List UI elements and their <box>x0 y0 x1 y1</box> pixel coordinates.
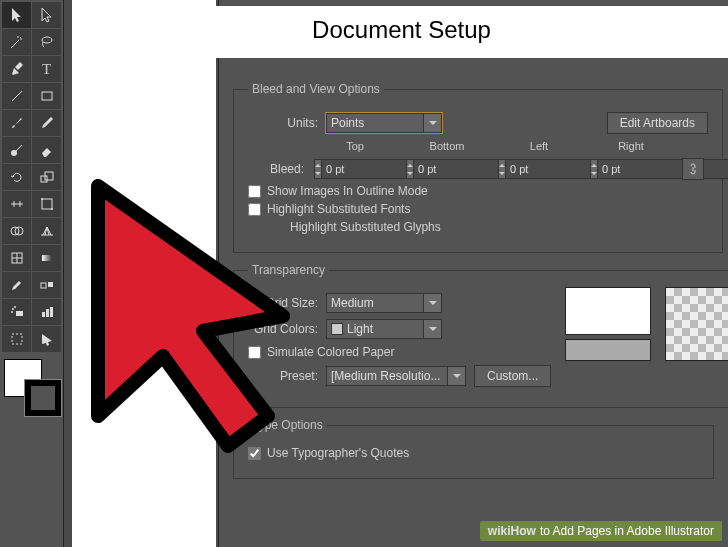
toolbox: T <box>0 0 64 547</box>
grid-colors-dropdown[interactable]: Light <box>326 319 442 339</box>
gradient-tool[interactable] <box>32 245 61 271</box>
magic-wand-tool[interactable] <box>2 29 31 55</box>
transparency-section: Transparency Grid Size: Medium Grid Colo… <box>233 263 728 408</box>
perspective-grid-tool[interactable] <box>32 218 61 244</box>
rotate-tool[interactable] <box>2 164 31 190</box>
pencil-tool[interactable] <box>32 110 61 136</box>
type-legend: Type Options <box>248 418 327 432</box>
svg-rect-22 <box>12 334 22 344</box>
mesh-tool[interactable] <box>2 245 31 271</box>
type-tool[interactable]: T <box>32 56 61 82</box>
transparency-legend: Transparency <box>248 263 329 277</box>
type-options-section: Type Options Use Typographer's Quotes <box>233 418 714 479</box>
show-images-outline-checkbox[interactable]: Show Images In Outline Mode <box>248 184 708 198</box>
lasso-tool[interactable] <box>32 29 61 55</box>
document-setup-panel: Document Setup Bleed and View Options Un… <box>218 0 728 547</box>
svg-rect-15 <box>16 311 23 316</box>
slice-tool[interactable] <box>32 326 61 352</box>
bleed-bottom-input[interactable] <box>406 159 484 179</box>
simulate-paper-checkbox[interactable]: Simulate Colored Paper <box>248 345 551 359</box>
grid-colors-label: Grid Colors: <box>248 322 318 336</box>
line-tool[interactable] <box>2 83 31 109</box>
width-tool[interactable] <box>2 191 31 217</box>
svg-point-16 <box>12 308 14 310</box>
bleed-right-header: Right <box>590 140 672 152</box>
bleed-right-input[interactable] <box>590 159 668 179</box>
chevron-down-icon <box>447 367 465 385</box>
edit-artboards-button[interactable]: Edit Artboards <box>607 112 708 134</box>
artboard-canvas <box>72 0 216 547</box>
bleed-label: Bleed: <box>248 162 304 176</box>
svg-rect-12 <box>42 255 52 261</box>
svg-rect-19 <box>42 312 45 317</box>
chevron-down-icon <box>423 320 441 338</box>
watermark-text: to Add Pages in Adobe Illustrator <box>540 524 714 538</box>
bleed-legend: Bleed and View Options <box>248 82 384 96</box>
link-bleed-button[interactable] <box>682 158 704 180</box>
column-graph-tool[interactable] <box>32 299 61 325</box>
direct-selection-tool[interactable] <box>32 2 61 28</box>
svg-line-1 <box>12 91 22 101</box>
bleed-left-header: Left <box>498 140 580 152</box>
scale-tool[interactable] <box>32 164 61 190</box>
preset-dropdown[interactable]: [Medium Resolutio... <box>326 366 466 386</box>
preset-label: Preset: <box>248 369 318 383</box>
svg-point-8 <box>51 208 53 210</box>
svg-rect-13 <box>41 283 46 288</box>
blob-brush-tool[interactable] <box>2 137 31 163</box>
chevron-down-icon <box>423 114 441 132</box>
svg-point-0 <box>42 37 52 43</box>
artboard-tool[interactable] <box>2 326 31 352</box>
symbol-sprayer-tool[interactable] <box>2 299 31 325</box>
svg-rect-4 <box>41 176 47 182</box>
grid-size-dropdown[interactable]: Medium <box>326 293 442 313</box>
typographer-quotes-checkbox[interactable]: Use Typographer's Quotes <box>248 446 699 460</box>
eyedropper-tool[interactable] <box>2 272 31 298</box>
bleed-left-input[interactable] <box>498 159 576 179</box>
watermark: wikiHow to Add Pages in Adobe Illustrato… <box>480 521 722 541</box>
svg-rect-2 <box>42 92 52 100</box>
transparency-preview <box>665 287 728 361</box>
svg-rect-14 <box>48 282 53 287</box>
svg-rect-6 <box>42 199 52 209</box>
bleed-top-input[interactable] <box>314 159 392 179</box>
units-dropdown[interactable]: Points <box>326 113 442 133</box>
highlight-glyphs-checkbox[interactable]: Highlight Substituted Glyphs <box>290 220 708 234</box>
bleed-view-section: Bleed and View Options Units: Points Edi… <box>233 82 723 253</box>
svg-point-7 <box>41 198 43 200</box>
highlight-fonts-checkbox[interactable]: Highlight Substituted Fonts <box>248 202 708 216</box>
grid-color-gray-swatch[interactable] <box>565 339 651 361</box>
fill-stroke-swatches[interactable] <box>2 357 62 417</box>
paintbrush-tool[interactable] <box>2 110 31 136</box>
chevron-down-icon <box>423 294 441 312</box>
stroke-swatch[interactable] <box>24 379 62 417</box>
shape-builder-tool[interactable] <box>2 218 31 244</box>
bleed-top-header: Top <box>314 140 396 152</box>
svg-point-17 <box>14 306 16 308</box>
selection-tool[interactable] <box>2 2 31 28</box>
eraser-tool[interactable] <box>32 137 61 163</box>
svg-point-18 <box>11 311 13 313</box>
grid-color-white-swatch[interactable] <box>565 287 651 335</box>
pen-tool[interactable] <box>2 56 31 82</box>
rectangle-tool[interactable] <box>32 83 61 109</box>
grid-size-label: Grid Size: <box>248 296 318 310</box>
blend-tool[interactable] <box>32 272 61 298</box>
svg-rect-21 <box>50 307 53 317</box>
units-value: Points <box>331 116 364 130</box>
svg-rect-20 <box>46 309 49 317</box>
custom-button[interactable]: Custom... <box>474 365 551 387</box>
bleed-bottom-header: Bottom <box>406 140 488 152</box>
free-transform-tool[interactable] <box>32 191 61 217</box>
watermark-brand: wikiHow <box>488 524 536 538</box>
units-label: Units: <box>248 116 318 130</box>
